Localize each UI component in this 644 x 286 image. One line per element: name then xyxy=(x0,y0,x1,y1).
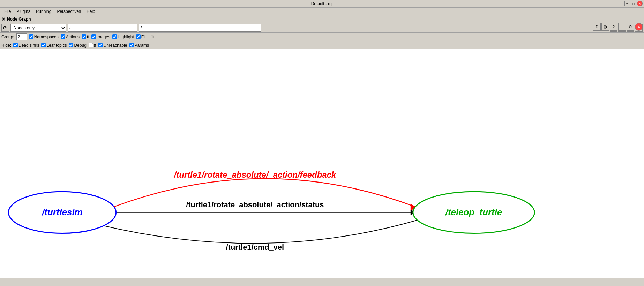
leaf-topics-checkbox[interactable] xyxy=(41,43,46,47)
fit-label: Fit xyxy=(141,34,146,39)
namespaces-label: Namespaces xyxy=(34,34,59,39)
menu-file[interactable]: File xyxy=(1,8,14,15)
panel-btn-help[interactable]: ? xyxy=(610,23,617,31)
panel-right-buttons: D ⚙ ? − O ✕ xyxy=(593,23,643,31)
highlight-label: Highlight xyxy=(118,34,134,39)
cmd-vel-edge xyxy=(99,219,420,244)
group-label: Group: xyxy=(1,34,14,39)
hide-tf-checkbox[interactable] xyxy=(89,43,93,47)
toolbar: ⟳ Nodes only Nodes/Topics (active) Nodes… xyxy=(0,23,644,33)
params-label: Params xyxy=(135,43,149,48)
highlight-checkbox-item[interactable]: Highlight xyxy=(112,34,134,39)
hide-bar: Hide: Dead sinks Leaf topics Debug tf Un… xyxy=(0,41,644,49)
menu-perspectives[interactable]: Perspectives xyxy=(54,8,84,15)
fit-icon-button[interactable]: ⊞ xyxy=(148,33,156,41)
filter2-input[interactable] xyxy=(139,24,261,32)
params-checkbox-item[interactable]: Params xyxy=(129,43,149,48)
leaf-topics-label: Leaf topics xyxy=(46,43,67,48)
tf-label: tf xyxy=(87,34,89,39)
panel-title: Node Graph xyxy=(7,17,31,22)
window-controls: − □ ✕ xyxy=(624,1,643,6)
unreachable-checkbox[interactable] xyxy=(98,43,103,47)
actions-label: Actions xyxy=(66,34,80,39)
options-bar: Group: Namespaces Actions tf Images High… xyxy=(0,33,644,41)
refresh-button[interactable]: ⟳ xyxy=(1,24,9,32)
feedback-edge-label: /turtle1/rotate_absolute/_action/feedbac… xyxy=(174,170,337,179)
hide-tf-label: tf xyxy=(94,43,96,48)
filter1-input[interactable] xyxy=(68,24,137,32)
actions-checkbox[interactable] xyxy=(61,34,65,39)
turtlesim-label: /turtlesim xyxy=(42,207,82,217)
status-edge-label: /turtle1/rotate_absolute/_action/status xyxy=(186,200,324,209)
fit-checkbox[interactable] xyxy=(136,34,141,39)
graph-svg: /turtle1/rotate_absolute/_action/feedbac… xyxy=(0,49,644,278)
menu-plugins[interactable]: Plugins xyxy=(14,8,33,15)
panel-btn-gear[interactable]: ⚙ xyxy=(601,23,609,31)
hide-label: Hide: xyxy=(1,43,11,48)
dead-sinks-label: Dead sinks xyxy=(18,43,39,48)
plugin-close-icon[interactable]: ✕ xyxy=(1,16,6,22)
group-spinbox[interactable] xyxy=(16,33,27,40)
panel-header: ✕ Node Graph D ⚙ ? − O ✕ xyxy=(0,15,644,23)
menu-help[interactable]: Help xyxy=(84,8,98,15)
node-graph-panel: ✕ Node Graph D ⚙ ? − O ✕ ⟳ Nodes only No… xyxy=(0,15,644,278)
dead-sinks-checkbox-item[interactable]: Dead sinks xyxy=(13,43,39,48)
debug-checkbox[interactable] xyxy=(69,43,73,47)
panel-btn-o[interactable]: O xyxy=(627,23,634,31)
unreachable-label: Unreachable xyxy=(103,43,127,48)
namespaces-checkbox-item[interactable]: Namespaces xyxy=(29,34,59,39)
panel-btn-d[interactable]: D xyxy=(593,23,601,31)
debug-checkbox-item[interactable]: Debug xyxy=(69,43,86,48)
tf-checkbox-item[interactable]: tf xyxy=(82,34,89,39)
panel-btn-close[interactable]: ✕ xyxy=(635,23,643,31)
hide-tf-checkbox-item[interactable]: tf xyxy=(89,43,96,48)
cmd-vel-edge-label: /turtle1/cmd_vel xyxy=(226,243,284,252)
debug-label: Debug xyxy=(74,43,86,48)
namespaces-checkbox[interactable] xyxy=(29,34,33,39)
images-label: Images xyxy=(97,34,110,39)
unreachable-checkbox-item[interactable]: Unreachable xyxy=(98,43,127,48)
menu-running[interactable]: Running xyxy=(33,8,54,15)
highlight-checkbox[interactable] xyxy=(112,34,117,39)
title-bar: Default - rqt − □ ✕ xyxy=(0,0,644,8)
maximize-button[interactable]: □ xyxy=(631,1,636,6)
window-title: Default - rqt xyxy=(311,1,333,6)
leaf-topics-checkbox-item[interactable]: Leaf topics xyxy=(41,43,67,48)
graph-area[interactable]: /turtle1/rotate_absolute/_action/feedbac… xyxy=(0,49,644,278)
actions-checkbox-item[interactable]: Actions xyxy=(61,34,80,39)
teleop-turtle-label: /teleop_turtle xyxy=(445,207,502,217)
params-checkbox[interactable] xyxy=(129,43,134,47)
dead-sinks-checkbox[interactable] xyxy=(13,43,18,47)
menu-bar: File Plugins Running Perspectives Help xyxy=(0,8,644,15)
minimize-button[interactable]: − xyxy=(624,1,630,6)
images-checkbox-item[interactable]: Images xyxy=(91,34,110,39)
group-input[interactable] xyxy=(16,33,27,40)
view-mode-dropdown[interactable]: Nodes only Nodes/Topics (active) Nodes/T… xyxy=(10,24,66,32)
close-button[interactable]: ✕ xyxy=(637,1,643,6)
panel-btn-dash[interactable]: − xyxy=(618,23,626,31)
images-checkbox[interactable] xyxy=(91,34,96,39)
fit-checkbox-item[interactable]: Fit xyxy=(136,34,146,39)
tf-checkbox[interactable] xyxy=(82,34,86,39)
